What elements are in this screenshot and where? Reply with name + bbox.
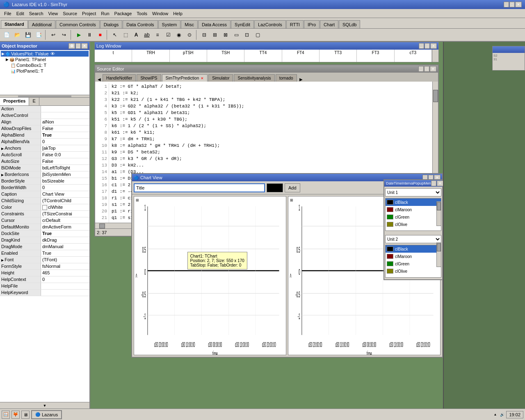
tab-lazcontrols[interactable]: LazControls xyxy=(254,20,286,28)
prop-val-color[interactable]: clWhite xyxy=(41,204,89,210)
menu-file[interactable]: File xyxy=(2,10,14,17)
dt-color-item-black-2[interactable]: clBlack xyxy=(386,245,441,253)
tab-data-access[interactable]: Data Access xyxy=(198,20,231,28)
taskbar-icon-terminal[interactable]: 🖥 xyxy=(21,411,30,419)
tab-ipro[interactable]: IPro xyxy=(304,20,320,28)
oi-tab-properties[interactable]: Properties xyxy=(0,98,29,105)
dt-color-item-black-1[interactable]: clBlack xyxy=(386,199,441,206)
prop-val-constraints[interactable]: (TSizeConstrai xyxy=(41,211,89,217)
open-file-btn[interactable]: 📂 xyxy=(12,30,22,40)
run-btn[interactable]: ▶ xyxy=(74,30,84,40)
prop-val-anchors[interactable]: [akTop xyxy=(41,145,89,151)
dt-color-item-green-1[interactable]: clGreen xyxy=(386,213,441,221)
prop-val-helpcontext[interactable]: 0 xyxy=(41,276,89,283)
dt-color-item-olive-2[interactable]: clOlive xyxy=(386,267,441,275)
prop-val-alphablend[interactable]: True xyxy=(41,132,89,138)
menu-package[interactable]: Package xyxy=(112,10,135,17)
dt-color-item-olive-1[interactable]: clOlive xyxy=(386,221,441,228)
menu-tools[interactable]: Tools xyxy=(134,10,150,17)
btn-vert[interactable]: ⊞ xyxy=(210,30,220,40)
se-tab-tornado[interactable]: tornado xyxy=(276,74,297,82)
btn-ab[interactable]: ab xyxy=(142,30,152,40)
se-tab-simulator[interactable]: Simulator xyxy=(208,74,233,82)
prop-val-activecontrol[interactable] xyxy=(41,112,89,119)
tab-data-controls[interactable]: Data Controls xyxy=(123,20,158,28)
prop-val-cursor[interactable]: crDefault xyxy=(41,217,89,224)
prop-val-caption[interactable]: Chart View xyxy=(41,191,89,197)
cv-chart2-move-btn[interactable]: ⊞ xyxy=(290,198,293,202)
btn-radio[interactable]: ◉ xyxy=(174,30,184,40)
save-btn[interactable]: 💾 xyxy=(23,30,33,40)
prop-val-borderstyle[interactable]: bsSizeable xyxy=(41,178,89,184)
prop-val-alphablenva[interactable]: 0 xyxy=(41,139,89,145)
menu-search[interactable]: Search xyxy=(27,10,46,17)
pause-btn[interactable]: ⏸ xyxy=(84,30,94,40)
se-hscroll-thumb[interactable] xyxy=(99,224,105,228)
tree-item-panel1[interactable]: ▶ 📦 Panel1: TPanel xyxy=(1,57,89,62)
btn-scroll[interactable]: ⊡ xyxy=(242,30,252,40)
cv-chart1-move-btn[interactable]: ⊞ xyxy=(136,198,139,202)
undo-btn[interactable]: ↩ xyxy=(48,30,58,40)
oi-close-btn[interactable]: ✕ xyxy=(81,43,88,49)
prop-val-defaultmonitor[interactable]: dmActiveForm xyxy=(41,224,89,230)
log-scroll[interactable] xyxy=(432,50,438,62)
maximize-button[interactable]: □ xyxy=(509,2,515,7)
se-minimize-btn[interactable]: _ xyxy=(418,66,424,72)
tree-item-plotpanel1[interactable]: 📊 PlotPanel1: T xyxy=(1,68,89,74)
prop-val-font[interactable]: (TFont) xyxy=(41,257,89,263)
se-tab-prev[interactable]: ◀ xyxy=(96,77,103,82)
tab-common-controls[interactable]: Common Controls xyxy=(56,20,100,28)
tab-additional[interactable]: Additional xyxy=(28,20,55,28)
tab-system[interactable]: System xyxy=(158,20,181,28)
dt-unit1-select[interactable]: Unit 1 xyxy=(385,188,441,196)
new-file-btn[interactable]: 📄 xyxy=(2,30,11,40)
dt-close-btn[interactable]: ✕ xyxy=(437,180,443,186)
taskbar-lazarus[interactable]: 🔵 Lazarus xyxy=(31,410,62,419)
se-vscroll-thumb[interactable] xyxy=(433,90,438,102)
btn-group[interactable]: ▭ xyxy=(231,30,241,40)
notify-arrow[interactable]: ▲ xyxy=(492,411,498,419)
btn-horiz[interactable]: ⊟ xyxy=(199,30,209,40)
minimize-button[interactable]: _ xyxy=(504,2,509,7)
tab-rtti[interactable]: RTTI xyxy=(286,20,304,28)
prop-val-autosize[interactable]: False xyxy=(41,158,89,164)
tab-dialogs[interactable]: Dialogs xyxy=(100,20,123,28)
prop-name-bordericons[interactable]: BorderIcons xyxy=(0,171,41,178)
tab-chart[interactable]: Chart xyxy=(320,20,338,28)
log-maximize-btn[interactable]: □ xyxy=(425,43,430,49)
dt-color-item-green-2[interactable]: clGreen xyxy=(386,260,441,267)
prop-val-borderwidth[interactable]: 0 xyxy=(41,185,89,191)
oi-minimize-btn[interactable]: _ xyxy=(75,43,81,49)
redo-btn[interactable]: ↪ xyxy=(59,30,69,40)
oi-scroll-down[interactable]: ▼ xyxy=(0,402,89,409)
dt-list2-scroll[interactable] xyxy=(436,242,441,267)
menu-run[interactable]: Run xyxy=(98,10,112,17)
tree-item-valuesplot[interactable]: ▶ 🔷 ValuesPlot: TValue 👁 xyxy=(1,51,89,57)
tab-sqldb[interactable]: SQLdb xyxy=(339,20,360,28)
btn-a[interactable]: A xyxy=(131,30,141,40)
tab-synedit[interactable]: SynEdit xyxy=(231,20,254,28)
prop-val-action[interactable] xyxy=(41,106,89,112)
btn-misc3[interactable]: ⊙ xyxy=(185,30,194,40)
se-tab-sensitivityanalysis[interactable]: Sensitivityanalysis xyxy=(234,74,274,82)
prop-val-bidimode[interactable]: bdLeftToRight xyxy=(41,165,89,171)
se-tab-showips[interactable]: ShowIPS xyxy=(137,74,161,82)
prop-val-bordericons[interactable]: [biSystemMen xyxy=(41,171,89,178)
tree-item-combobox1[interactable]: 📋 ComboBox1: T xyxy=(1,62,89,68)
dt-color-item-maroon-1[interactable]: clMaroon xyxy=(386,206,441,213)
prop-val-helpkeyword[interactable] xyxy=(41,290,89,296)
close-button[interactable]: ✕ xyxy=(515,2,522,7)
btn-misc2[interactable]: ☑ xyxy=(163,30,173,40)
btn-panel[interactable]: ▢ xyxy=(253,30,262,40)
tab-misc[interactable]: Misc xyxy=(181,20,198,28)
prop-val-formstyle[interactable]: fsNormal xyxy=(41,263,89,269)
cursor-btn[interactable]: ↖ xyxy=(110,30,120,40)
prop-val-docksite[interactable]: True xyxy=(41,231,89,237)
tab-standard[interactable]: Standard xyxy=(1,20,28,28)
btn-link[interactable]: ⊠ xyxy=(221,30,231,40)
se-tab-close-2[interactable]: ✕ xyxy=(201,76,204,80)
btn-misc1[interactable]: ≡ xyxy=(153,30,162,40)
oi-tab-events[interactable]: E xyxy=(29,98,39,105)
prop-val-helpfile[interactable] xyxy=(41,283,89,289)
prop-val-height[interactable]: 465 xyxy=(41,270,89,276)
